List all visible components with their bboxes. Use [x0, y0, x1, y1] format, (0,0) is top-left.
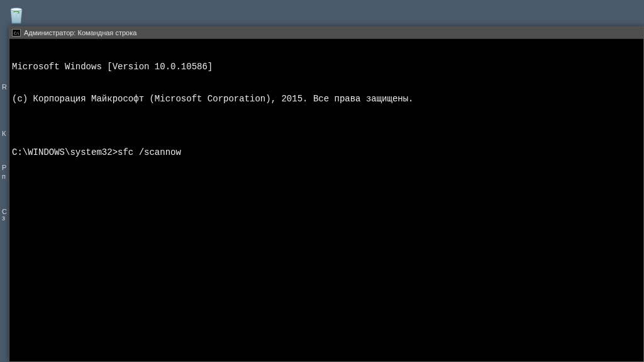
desktop-text-fragment: Р п	[2, 163, 6, 181]
terminal-line: Microsoft Windows [Version 10.0.10586]	[12, 62, 641, 72]
desktop-text-fragment: К	[2, 129, 6, 138]
window-title: Администратор: Командная строка	[24, 29, 136, 37]
command-prompt-window: C:\ Администратор: Командная строка Micr…	[9, 26, 644, 362]
recycle-bin-svg	[5, 3, 28, 26]
terminal-output[interactable]: Microsoft Windows [Version 10.0.10586] (…	[9, 39, 643, 361]
svg-point-0	[11, 8, 22, 11]
desktop-text-fragment: R	[2, 82, 7, 91]
window-titlebar[interactable]: C:\ Администратор: Командная строка	[9, 27, 643, 39]
terminal-line: (c) Корпорация Майкрософт (Microsoft Cor…	[12, 94, 641, 105]
cmd-icon: C:\	[12, 29, 21, 37]
desktop-text-fragment: з	[2, 213, 5, 222]
terminal-prompt: C:\WINDOWS\system32>	[12, 147, 118, 158]
terminal-prompt-line: C:\WINDOWS\system32>sfc /scannow	[12, 147, 641, 158]
terminal-command: sfc /scannow	[118, 147, 181, 158]
